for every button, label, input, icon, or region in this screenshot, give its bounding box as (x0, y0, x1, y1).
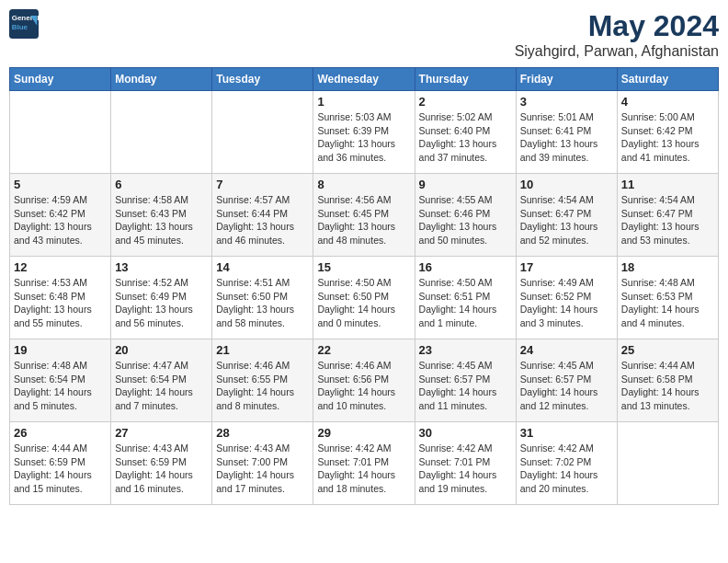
calendar-day-cell (111, 91, 212, 174)
day-number: 12 (14, 260, 107, 274)
day-number: 13 (115, 260, 208, 274)
day-info: Sunrise: 5:01 AM Sunset: 6:41 PM Dayligh… (520, 110, 613, 165)
subtitle: Siyahgird, Parwan, Afghanistan (515, 43, 719, 60)
calendar-day-cell: 25Sunrise: 4:44 AM Sunset: 6:58 PM Dayli… (617, 339, 718, 422)
day-number: 1 (317, 95, 410, 109)
day-number: 20 (115, 343, 208, 357)
calendar-day-cell (10, 91, 111, 174)
calendar-week-row: 19Sunrise: 4:48 AM Sunset: 6:54 PM Dayli… (10, 339, 719, 422)
day-info: Sunrise: 4:42 AM Sunset: 7:02 PM Dayligh… (520, 442, 613, 496)
day-info: Sunrise: 4:54 AM Sunset: 6:47 PM Dayligh… (621, 193, 714, 247)
day-number: 22 (317, 343, 410, 357)
calendar-week-row: 12Sunrise: 4:53 AM Sunset: 6:48 PM Dayli… (10, 257, 719, 339)
day-number: 3 (520, 95, 613, 109)
day-info: Sunrise: 4:49 AM Sunset: 6:52 PM Dayligh… (520, 276, 613, 330)
day-info: Sunrise: 4:50 AM Sunset: 6:50 PM Dayligh… (317, 276, 410, 330)
calendar-day-cell: 2Sunrise: 5:02 AM Sunset: 6:40 PM Daylig… (415, 91, 516, 174)
calendar-header-row: SundayMondayTuesdayWednesdayThursdayFrid… (10, 68, 719, 91)
calendar-day-cell: 13Sunrise: 4:52 AM Sunset: 6:49 PM Dayli… (111, 257, 212, 339)
logo: General Blue (9, 9, 39, 39)
day-info: Sunrise: 4:44 AM Sunset: 6:59 PM Dayligh… (14, 442, 107, 496)
day-info: Sunrise: 4:52 AM Sunset: 6:49 PM Dayligh… (115, 276, 208, 330)
calendar-day-cell: 18Sunrise: 4:48 AM Sunset: 6:53 PM Dayli… (617, 257, 718, 339)
day-number: 18 (621, 260, 714, 274)
day-number: 2 (419, 95, 512, 109)
day-info: Sunrise: 5:00 AM Sunset: 6:42 PM Dayligh… (621, 110, 714, 165)
calendar-day-cell: 12Sunrise: 4:53 AM Sunset: 6:48 PM Dayli… (10, 257, 111, 339)
day-info: Sunrise: 4:58 AM Sunset: 6:43 PM Dayligh… (115, 193, 208, 247)
day-number: 9 (419, 178, 512, 191)
calendar-day-cell: 3Sunrise: 5:01 AM Sunset: 6:41 PM Daylig… (516, 91, 617, 174)
day-number: 30 (419, 426, 512, 440)
day-info: Sunrise: 4:47 AM Sunset: 6:54 PM Dayligh… (115, 359, 208, 413)
day-info: Sunrise: 4:42 AM Sunset: 7:01 PM Dayligh… (317, 442, 410, 496)
day-number: 19 (14, 343, 107, 357)
calendar-day-cell: 22Sunrise: 4:46 AM Sunset: 6:56 PM Dayli… (313, 339, 415, 422)
calendar-week-row: 5Sunrise: 4:59 AM Sunset: 6:42 PM Daylig… (10, 174, 719, 257)
calendar-day-cell: 31Sunrise: 4:42 AM Sunset: 7:02 PM Dayli… (516, 422, 617, 505)
page-header: General Blue May 2024 Siyahgird, Parwan,… (9, 9, 719, 60)
day-info: Sunrise: 4:48 AM Sunset: 6:53 PM Dayligh… (621, 276, 714, 330)
day-number: 31 (520, 426, 613, 440)
day-number: 23 (419, 343, 512, 357)
calendar-day-cell: 27Sunrise: 4:43 AM Sunset: 6:59 PM Dayli… (111, 422, 212, 505)
day-number: 16 (419, 260, 512, 274)
day-number: 21 (216, 343, 309, 357)
weekday-header: Saturday (617, 68, 718, 91)
day-number: 24 (520, 343, 613, 357)
day-number: 4 (621, 95, 714, 109)
calendar-day-cell: 10Sunrise: 4:54 AM Sunset: 6:47 PM Dayli… (516, 174, 617, 257)
day-info: Sunrise: 4:51 AM Sunset: 6:50 PM Dayligh… (216, 276, 309, 330)
calendar-day-cell: 19Sunrise: 4:48 AM Sunset: 6:54 PM Dayli… (10, 339, 111, 422)
day-info: Sunrise: 4:48 AM Sunset: 6:54 PM Dayligh… (14, 359, 107, 413)
day-number: 7 (216, 178, 309, 191)
calendar-week-row: 26Sunrise: 4:44 AM Sunset: 6:59 PM Dayli… (10, 422, 719, 505)
day-number: 28 (216, 426, 309, 440)
calendar-day-cell: 26Sunrise: 4:44 AM Sunset: 6:59 PM Dayli… (10, 422, 111, 505)
calendar-day-cell: 17Sunrise: 4:49 AM Sunset: 6:52 PM Dayli… (516, 257, 617, 339)
calendar-day-cell (617, 422, 718, 505)
calendar-day-cell: 21Sunrise: 4:46 AM Sunset: 6:55 PM Dayli… (212, 339, 313, 422)
calendar-day-cell: 11Sunrise: 4:54 AM Sunset: 6:47 PM Dayli… (617, 174, 718, 257)
day-number: 29 (317, 426, 410, 440)
day-info: Sunrise: 4:43 AM Sunset: 6:59 PM Dayligh… (115, 442, 208, 496)
calendar-week-row: 1Sunrise: 5:03 AM Sunset: 6:39 PM Daylig… (10, 91, 719, 174)
calendar-day-cell: 15Sunrise: 4:50 AM Sunset: 6:50 PM Dayli… (313, 257, 415, 339)
day-number: 6 (115, 178, 208, 191)
weekday-header: Thursday (415, 68, 516, 91)
weekday-header: Tuesday (212, 68, 313, 91)
calendar-day-cell: 16Sunrise: 4:50 AM Sunset: 6:51 PM Dayli… (415, 257, 516, 339)
day-info: Sunrise: 4:50 AM Sunset: 6:51 PM Dayligh… (419, 276, 512, 330)
day-number: 11 (621, 178, 714, 191)
day-info: Sunrise: 5:03 AM Sunset: 6:39 PM Dayligh… (317, 110, 410, 165)
calendar-day-cell: 8Sunrise: 4:56 AM Sunset: 6:45 PM Daylig… (313, 174, 415, 257)
weekday-header: Wednesday (313, 68, 415, 91)
day-info: Sunrise: 4:44 AM Sunset: 6:58 PM Dayligh… (621, 359, 714, 413)
day-info: Sunrise: 4:43 AM Sunset: 7:00 PM Dayligh… (216, 442, 309, 496)
day-info: Sunrise: 4:53 AM Sunset: 6:48 PM Dayligh… (14, 276, 107, 330)
calendar-day-cell: 5Sunrise: 4:59 AM Sunset: 6:42 PM Daylig… (10, 174, 111, 257)
day-info: Sunrise: 4:54 AM Sunset: 6:47 PM Dayligh… (520, 193, 613, 247)
day-number: 15 (317, 260, 410, 274)
calendar-day-cell: 9Sunrise: 4:55 AM Sunset: 6:46 PM Daylig… (415, 174, 516, 257)
day-info: Sunrise: 4:46 AM Sunset: 6:56 PM Dayligh… (317, 359, 410, 413)
calendar-day-cell: 24Sunrise: 4:45 AM Sunset: 6:57 PM Dayli… (516, 339, 617, 422)
calendar-day-cell: 28Sunrise: 4:43 AM Sunset: 7:00 PM Dayli… (212, 422, 313, 505)
calendar-day-cell (212, 91, 313, 174)
calendar-day-cell: 7Sunrise: 4:57 AM Sunset: 6:44 PM Daylig… (212, 174, 313, 257)
logo-icon: General Blue (9, 9, 39, 39)
calendar-day-cell: 14Sunrise: 4:51 AM Sunset: 6:50 PM Dayli… (212, 257, 313, 339)
day-info: Sunrise: 5:02 AM Sunset: 6:40 PM Dayligh… (419, 110, 512, 165)
day-number: 17 (520, 260, 613, 274)
day-info: Sunrise: 4:45 AM Sunset: 6:57 PM Dayligh… (419, 359, 512, 413)
calendar-table: SundayMondayTuesdayWednesdayThursdayFrid… (9, 67, 719, 505)
day-number: 14 (216, 260, 309, 274)
day-info: Sunrise: 4:45 AM Sunset: 6:57 PM Dayligh… (520, 359, 613, 413)
weekday-header: Sunday (10, 68, 111, 91)
day-number: 27 (115, 426, 208, 440)
day-info: Sunrise: 4:56 AM Sunset: 6:45 PM Dayligh… (317, 193, 410, 247)
weekday-header: Monday (111, 68, 212, 91)
weekday-header: Friday (516, 68, 617, 91)
calendar-day-cell: 1Sunrise: 5:03 AM Sunset: 6:39 PM Daylig… (313, 91, 415, 174)
calendar-day-cell: 20Sunrise: 4:47 AM Sunset: 6:54 PM Dayli… (111, 339, 212, 422)
